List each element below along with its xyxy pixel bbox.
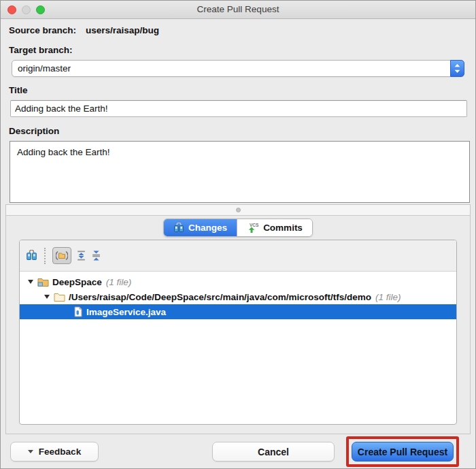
tree-row-label: DeepSpace: [52, 277, 102, 287]
feedback-button[interactable]: Feedback: [10, 442, 99, 462]
expand-all-icon: [76, 250, 86, 261]
lower-panel: Changes VCS Commits: [5, 204, 471, 434]
splitter-handle[interactable]: [6, 205, 470, 216]
chevron-up-down-icon: [454, 63, 460, 74]
source-branch-value: users/raisap/bug: [86, 25, 159, 35]
tree-row-label: ImageService.java: [86, 307, 166, 317]
changes-panel: DeepSpace (1 file) /Users/raisap/Code/De…: [19, 240, 457, 425]
feedback-button-label: Feedback: [39, 447, 81, 457]
file-tree: DeepSpace (1 file) /Users/raisap/Code/De…: [20, 272, 456, 319]
project-folder-icon: [37, 277, 49, 287]
tab-bar: Changes VCS Commits: [6, 216, 470, 240]
select-stepper-icon[interactable]: [450, 60, 464, 77]
changelist-button[interactable]: [26, 250, 37, 261]
cancel-button[interactable]: Cancel: [212, 442, 335, 462]
footer: Feedback Cancel Create Pull Request: [1, 434, 475, 469]
collapse-all-icon: [91, 250, 101, 261]
create-pull-request-label: Create Pull Request: [358, 447, 447, 457]
source-branch-row: Source branch:users/raisap/bug: [9, 25, 467, 37]
java-file-icon: [73, 306, 83, 317]
tree-row-directory[interactable]: /Users/raisap/Code/DeepSpace/src/main/ja…: [20, 289, 456, 304]
tab-segmented-control: Changes VCS Commits: [163, 219, 313, 237]
target-branch-selected-value: origin/master: [18, 63, 71, 74]
tab-commits-label: Commits: [263, 223, 303, 233]
window-title: Create Pull Request: [1, 1, 475, 18]
form-area: Source branch:users/raisap/bug Target br…: [1, 25, 475, 203]
toolbar-separator: [44, 248, 46, 264]
vcs-commit-icon: VCS: [247, 222, 259, 233]
tree-row-project[interactable]: DeepSpace (1 file): [20, 274, 456, 289]
tree-row-file-selected[interactable]: ImageService.java: [20, 304, 456, 319]
splitter-dot-icon: [236, 208, 241, 212]
chevron-down-icon[interactable]: [44, 295, 50, 299]
target-branch-select[interactable]: origin/master: [12, 60, 464, 77]
chevron-down-icon[interactable]: [28, 280, 33, 284]
svg-text:VCS: VCS: [250, 223, 259, 227]
cancel-button-label: Cancel: [258, 447, 289, 457]
tab-changes-label: Changes: [188, 223, 227, 233]
tree-row-label: /Users/raisap/Code/DeepSpace/src/main/ja…: [69, 292, 371, 302]
create-pull-request-button[interactable]: Create Pull Request: [352, 442, 454, 462]
description-textarea[interactable]: [10, 141, 470, 203]
traffic-lights: [7, 5, 45, 14]
group-by-directory-icon: [56, 250, 68, 261]
changes-icon: [173, 223, 184, 233]
tree-row-meta: (1 file): [375, 292, 401, 302]
red-annotation-box: Create Pull Request: [346, 436, 459, 467]
collapse-all-button[interactable]: [91, 250, 101, 261]
close-button[interactable]: [7, 5, 16, 14]
tab-commits[interactable]: VCS Commits: [237, 219, 312, 236]
tree-row-meta: (1 file): [106, 277, 132, 287]
create-pull-request-dialog: Create Pull Request Source branch:users/…: [0, 0, 476, 469]
changes-icon: [26, 250, 37, 261]
title-label: Title: [9, 85, 467, 97]
titlebar: Create Pull Request: [1, 1, 475, 19]
group-by-directory-button[interactable]: [52, 247, 71, 264]
source-branch-label: Source branch:: [9, 25, 76, 35]
folder-icon: [54, 292, 65, 302]
changes-toolbar: [20, 240, 456, 272]
maximize-button[interactable]: [36, 5, 45, 14]
target-branch-label: Target branch:: [9, 45, 467, 56]
minimize-button[interactable]: [22, 5, 31, 14]
dropdown-caret-icon: [28, 450, 33, 453]
expand-all-button[interactable]: [76, 250, 86, 261]
tab-changes[interactable]: Changes: [164, 219, 237, 236]
description-label: Description: [9, 126, 467, 138]
title-input[interactable]: [10, 100, 467, 117]
